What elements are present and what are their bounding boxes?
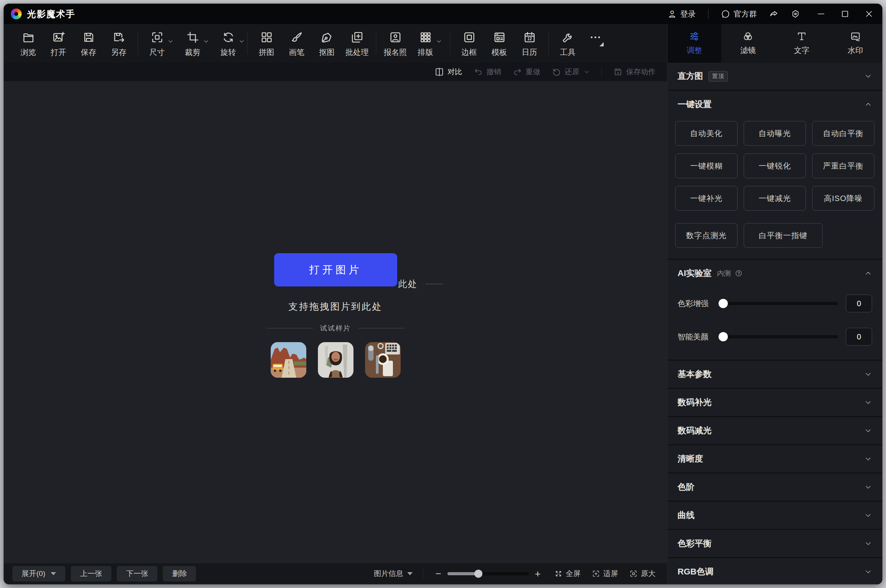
chevron-down-icon[interactable] [436, 38, 442, 44]
portrait-sample[interactable] [318, 342, 353, 378]
chevron-down-icon[interactable] [864, 370, 872, 378]
maximize-icon[interactable] [840, 9, 850, 19]
chevron-down-icon[interactable] [239, 38, 245, 44]
slider-thumb[interactable] [719, 332, 728, 341]
curves-header[interactable]: 曲线 [667, 502, 882, 529]
basic-params-header[interactable]: 基本参数 [667, 361, 882, 388]
official-group-button[interactable]: 官方群 [721, 9, 757, 19]
chevron-up-icon[interactable] [864, 269, 872, 277]
original-size-button[interactable]: 原大 [630, 569, 656, 579]
digital-dim-light-title: 数码减光 [678, 425, 712, 436]
zoom-slider[interactable] [447, 572, 529, 575]
fullscreen-button[interactable]: 全屏 [555, 569, 580, 579]
id-photo-button[interactable]: 报名照 [380, 29, 410, 58]
auto-exposure-button[interactable]: 自动曝光 [744, 121, 806, 146]
one-key-settings-section: 一键设置 自动美化 自动曝光 自动白平衡 一键模糊 一键锐化 严重白平衡 一键补… [667, 91, 882, 259]
question-circle-icon[interactable] [735, 269, 743, 277]
auto-beautify-button[interactable]: 自动美化 [675, 121, 737, 146]
one-key-header[interactable]: 一键设置 [667, 91, 882, 118]
one-key-dim-light-button[interactable]: 一键减光 [744, 186, 806, 211]
collage-button[interactable]: 拼图 [251, 29, 282, 58]
save-action-button[interactable]: 保存动作 [613, 67, 656, 77]
levels-header[interactable]: 色阶 [667, 474, 882, 501]
rotate-button[interactable]: 旋转 [213, 29, 243, 58]
cutout-button[interactable]: 抠图 [312, 29, 342, 58]
chevron-down-icon[interactable] [864, 540, 872, 547]
rgb-tone-header[interactable]: RGB色调 [667, 558, 882, 584]
chevron-down-icon[interactable] [864, 511, 872, 519]
white-balance-one-key-button[interactable]: 白平衡一指键 [744, 223, 823, 248]
chevron-down-icon[interactable] [864, 72, 872, 80]
high-iso-denoise-button[interactable]: 高ISO降噪 [812, 186, 874, 211]
severe-white-balance-button[interactable]: 严重白平衡 [812, 153, 874, 178]
color-balance-header[interactable]: 色彩平衡 [667, 530, 882, 557]
chevron-down-icon[interactable] [203, 38, 209, 44]
desk-flatlay-sample[interactable] [365, 342, 401, 378]
save-button[interactable]: 保存 [73, 29, 104, 58]
auto-white-balance-button[interactable]: 自动白平衡 [812, 121, 874, 146]
tab-watermark[interactable]: 水印 [828, 24, 882, 63]
chevron-down-icon[interactable] [167, 38, 174, 44]
chevron-down-icon[interactable] [864, 427, 872, 435]
desert-road-sample[interactable] [271, 342, 306, 378]
browse-button[interactable]: 浏览 [13, 29, 43, 58]
zoom-slider-thumb[interactable] [474, 570, 482, 578]
more-tools-button[interactable] [583, 29, 608, 47]
calendar-button[interactable]: 日历 [514, 29, 545, 58]
fit-screen-button[interactable]: 适屏 [592, 569, 618, 579]
settings-button[interactable] [791, 9, 800, 19]
chevron-down-icon[interactable] [864, 399, 872, 406]
open-image-button[interactable]: 打开图片 [274, 253, 397, 286]
crop-button[interactable]: 裁剪 [178, 29, 208, 58]
ai-lab-header[interactable]: AI实验室 内测 [667, 260, 882, 287]
smart-beauty-slider[interactable] [721, 335, 838, 338]
layout-button[interactable]: 排版 [410, 29, 440, 58]
slider-thumb[interactable] [719, 299, 728, 308]
batch-button[interactable]: 批处理 [342, 29, 372, 58]
chevron-down-icon[interactable] [864, 483, 872, 491]
chevron-down-icon[interactable] [864, 568, 872, 576]
smart-beauty-value[interactable]: 0 [846, 328, 872, 346]
histogram-header[interactable]: 直方图 置顶 [667, 63, 882, 90]
one-key-blur-button[interactable]: 一键模糊 [675, 153, 737, 178]
image-info-button[interactable]: 图片信息 [374, 569, 413, 579]
save-as-button[interactable]: 另存 [104, 29, 134, 58]
zoom-out-button[interactable]: − [433, 568, 444, 580]
minimize-icon[interactable] [816, 9, 826, 19]
tools-button[interactable]: 工具 [553, 29, 583, 58]
next-image-button[interactable]: 下一张 [117, 566, 157, 581]
one-key-sharpen-button[interactable]: 一键锐化 [744, 153, 806, 178]
resize-button[interactable]: 尺寸 [142, 29, 172, 58]
tab-text[interactable]: 文字 [775, 24, 829, 63]
clarity-header[interactable]: 清晰度 [667, 445, 882, 472]
chevron-up-icon[interactable] [864, 101, 872, 108]
expand-list-button[interactable]: 展开(0) [12, 566, 65, 581]
one-key-fill-light-button[interactable]: 一键补光 [675, 186, 737, 211]
pin-top-badge[interactable]: 置顶 [708, 71, 728, 82]
color-enhance-slider[interactable] [721, 302, 838, 305]
compare-button[interactable]: 对比 [435, 67, 462, 77]
frame-button[interactable]: 边框 [454, 29, 484, 58]
template-button[interactable]: 模板 [484, 29, 514, 58]
digital-dim-light-header[interactable]: 数码减光 [667, 417, 882, 444]
chevron-down-icon[interactable] [864, 455, 872, 463]
tab-adjust[interactable]: 调整 [667, 24, 721, 63]
color-enhance-value[interactable]: 0 [846, 295, 872, 312]
chevron-down-icon[interactable] [584, 69, 590, 75]
previous-image-button[interactable]: 上一张 [71, 566, 111, 581]
delete-image-button[interactable]: 删除 [163, 566, 196, 581]
redo-button[interactable]: 重做 [513, 67, 540, 77]
drop-hint-text: 支持拖拽图片到此处 [289, 300, 382, 313]
tab-filter[interactable]: 滤镜 [721, 24, 775, 63]
undo-button[interactable]: 撤销 [474, 67, 501, 77]
tools-label: 工具 [560, 47, 575, 58]
digital-spot-metering-button[interactable]: 数字点测光 [675, 223, 737, 248]
open-button[interactable]: 打开 [43, 29, 73, 58]
login-button[interactable]: 登录 [667, 9, 696, 19]
brush-button[interactable]: 画笔 [282, 29, 312, 58]
zoom-in-button[interactable]: + [533, 568, 543, 580]
restore-button[interactable]: 还原 [552, 67, 590, 77]
close-icon[interactable] [864, 9, 874, 19]
digital-fill-light-header[interactable]: 数码补光 [667, 389, 882, 416]
share-button[interactable] [769, 9, 778, 19]
